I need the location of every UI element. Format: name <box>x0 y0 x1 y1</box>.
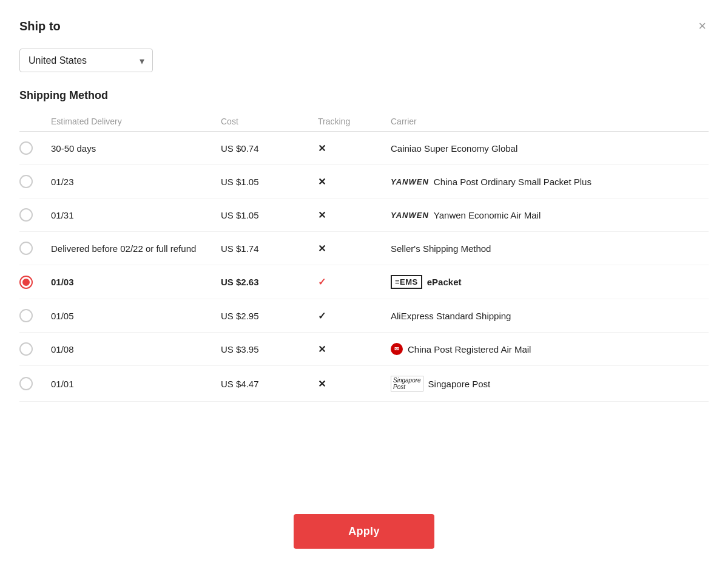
carrier-info: AliExpress Standard Shipping <box>391 311 709 321</box>
carrier-info: Seller's Shipping Method <box>391 243 709 254</box>
delivery-text: 30-50 days <box>51 143 221 154</box>
country-select-wrapper: United States United Kingdom Canada Aust… <box>19 49 709 72</box>
tracking-icon: ✓ <box>318 276 391 288</box>
cost-text: US $3.95 <box>221 344 318 354</box>
radio-button[interactable] <box>19 242 51 255</box>
header-radio <box>19 117 51 126</box>
carrier-info: SingaporePostSingapore Post <box>391 376 709 392</box>
delivery-text: 01/05 <box>51 311 221 321</box>
radio-button[interactable] <box>19 377 51 390</box>
radio-button[interactable] <box>19 276 51 289</box>
delivery-text: 01/23 <box>51 177 221 187</box>
tracking-icon: ✕ <box>318 176 391 188</box>
yanwen-logo: YANWEN <box>391 211 429 220</box>
tracking-icon: ✕ <box>318 344 391 355</box>
x-icon: ✕ <box>318 143 326 154</box>
shipping-methods-list: 30-50 daysUS $0.74✕Cainiao Super Economy… <box>19 132 709 402</box>
carrier-name: China Post Ordinary Small Packet Plus <box>434 177 592 187</box>
radio-button[interactable] <box>19 141 51 155</box>
shipping-row[interactable]: Delivered before 02/22 or full refundUS … <box>19 232 709 265</box>
carrier-name: Cainiao Super Economy Global <box>391 143 517 154</box>
table-header: Estimated Delivery Cost Tracking Carrier <box>19 112 709 132</box>
country-select-container: United States United Kingdom Canada Aust… <box>19 49 153 72</box>
carrier-name: China Post Registered Air Mail <box>408 344 531 354</box>
radio-button[interactable] <box>19 309 51 322</box>
delivery-text: 01/08 <box>51 344 221 354</box>
tracking-icon: ✕ <box>318 209 391 221</box>
shipping-method-title: Shipping Method <box>19 89 709 102</box>
country-select[interactable]: United States United Kingdom Canada Aust… <box>19 49 153 72</box>
shipping-modal: Ship to × United States United Kingdom C… <box>0 0 728 573</box>
tracking-icon: ✕ <box>318 243 391 254</box>
x-icon: ✕ <box>318 176 326 188</box>
delivery-text: 01/31 <box>51 210 221 220</box>
cost-text: US $2.95 <box>221 311 318 321</box>
header-delivery: Estimated Delivery <box>51 117 221 126</box>
shipping-row[interactable]: 01/01US $4.47✕SingaporePostSingapore Pos… <box>19 366 709 402</box>
cost-text: US $4.47 <box>221 379 318 389</box>
carrier-name: Singapore Post <box>428 379 491 389</box>
radio-button[interactable] <box>19 175 51 188</box>
carrier-info: Cainiao Super Economy Global <box>391 143 709 154</box>
carrier-info: YANWENYanwen Economic Air Mail <box>391 210 709 220</box>
tracking-icon: ✓ <box>318 310 391 322</box>
carrier-info: ≡EMSePacket <box>391 275 709 289</box>
tracking-icon: ✕ <box>318 143 391 154</box>
carrier-name: ePacket <box>427 277 462 287</box>
cost-text: US $1.05 <box>221 210 318 220</box>
x-icon: ✕ <box>318 378 326 390</box>
modal-header: Ship to × <box>19 17 709 35</box>
check-red-icon: ✓ <box>318 276 326 288</box>
carrier-info: YANWENChina Post Ordinary Small Packet P… <box>391 177 709 187</box>
carrier-name: Yanwen Economic Air Mail <box>434 210 541 220</box>
shipping-row[interactable]: 01/23US $1.05✕YANWENChina Post Ordinary … <box>19 165 709 198</box>
tracking-icon: ✕ <box>318 378 391 390</box>
shipping-row[interactable]: 01/08US $3.95✕✉China Post Registered Air… <box>19 333 709 366</box>
shipping-row[interactable]: 30-50 daysUS $0.74✕Cainiao Super Economy… <box>19 132 709 165</box>
yanwen-logo: YANWEN <box>391 177 429 186</box>
delivery-text: 01/01 <box>51 379 221 389</box>
cost-text: US $0.74 <box>221 143 318 154</box>
shipping-row[interactable]: 01/31US $1.05✕YANWENYanwen Economic Air … <box>19 198 709 232</box>
header-cost: Cost <box>221 117 318 126</box>
carrier-info: ✉China Post Registered Air Mail <box>391 343 709 355</box>
apply-button-wrapper: Apply <box>19 490 709 549</box>
radio-button[interactable] <box>19 208 51 222</box>
china-post-logo: ✉ <box>391 343 403 355</box>
shipping-row[interactable]: 01/03US $2.63✓≡EMSePacket <box>19 265 709 299</box>
x-icon: ✕ <box>318 243 326 254</box>
carrier-name: Seller's Shipping Method <box>391 243 491 254</box>
cost-text: US $2.63 <box>221 277 318 287</box>
check-black-icon: ✓ <box>318 310 326 322</box>
x-icon: ✕ <box>318 344 326 355</box>
header-carrier: Carrier <box>391 117 709 126</box>
delivery-text: 01/03 <box>51 277 221 287</box>
apply-button[interactable]: Apply <box>294 514 434 549</box>
radio-button[interactable] <box>19 342 51 356</box>
modal-title: Ship to <box>19 19 61 33</box>
cost-text: US $1.74 <box>221 243 318 254</box>
carrier-name: AliExpress Standard Shipping <box>391 311 511 321</box>
header-tracking: Tracking <box>318 117 391 126</box>
delivery-text: Delivered before 02/22 or full refund <box>51 243 221 254</box>
x-icon: ✕ <box>318 209 326 221</box>
singapore-post-logo: SingaporePost <box>391 376 423 392</box>
ems-logo: ≡EMS <box>391 275 422 289</box>
shipping-row[interactable]: 01/05US $2.95✓AliExpress Standard Shippi… <box>19 299 709 333</box>
cost-text: US $1.05 <box>221 177 318 187</box>
close-button[interactable]: × <box>696 17 709 35</box>
